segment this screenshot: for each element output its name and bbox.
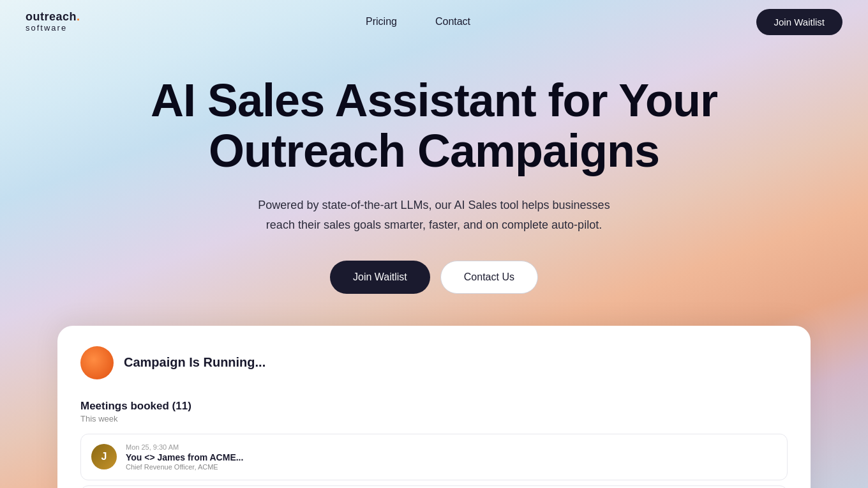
campaign-status: Campaign Is Running... (124, 355, 266, 370)
nav-contact[interactable]: Contact (435, 16, 470, 27)
navbar: outreach. software Pricing Contact Join … (0, 0, 868, 43)
hero-title: AI Sales Assistant for Your Outreach Cam… (147, 75, 721, 176)
logo-name: outreach. (26, 11, 80, 24)
meeting-name-james: You <> James from ACME... (126, 452, 777, 462)
campaign-header: Campaign Is Running... (80, 346, 788, 379)
logo[interactable]: outreach. software (26, 11, 80, 33)
meeting-item[interactable]: J Mon 25, 9:30 AM You <> James from ACME… (80, 434, 788, 480)
meeting-item[interactable]: T Tue 26, 11:30 AM You <> Thomas from Tr… (80, 485, 788, 488)
meeting-info-james: Mon 25, 9:30 AM You <> James from ACME..… (126, 443, 777, 471)
hero-buttons: Join Waitlist Contact Us (0, 261, 868, 294)
nav-links: Pricing Contact (366, 16, 470, 27)
campaign-card: Campaign Is Running... Meetings booked (… (57, 326, 811, 488)
campaign-icon (80, 346, 114, 379)
meetings-week: This week (80, 414, 788, 423)
hero-join-waitlist-button[interactable]: Join Waitlist (330, 261, 430, 294)
hero-subtitle: Powered by state-of-the-art LLMs, our AI… (243, 195, 625, 234)
meetings-title: Meetings booked (11) (80, 400, 788, 413)
meeting-role-james: Chief Revenue Officer, ACME (126, 463, 777, 471)
hero-section: AI Sales Assistant for Your Outreach Cam… (0, 43, 868, 294)
avatar-james: J (91, 444, 117, 469)
nav-join-waitlist-button[interactable]: Join Waitlist (756, 9, 842, 35)
hero-contact-us-button[interactable]: Contact Us (440, 261, 538, 294)
nav-pricing[interactable]: Pricing (366, 16, 397, 27)
meeting-time-james: Mon 25, 9:30 AM (126, 443, 777, 451)
logo-suffix: software (26, 24, 80, 33)
meetings-header: Meetings booked (11) This week (80, 400, 788, 423)
